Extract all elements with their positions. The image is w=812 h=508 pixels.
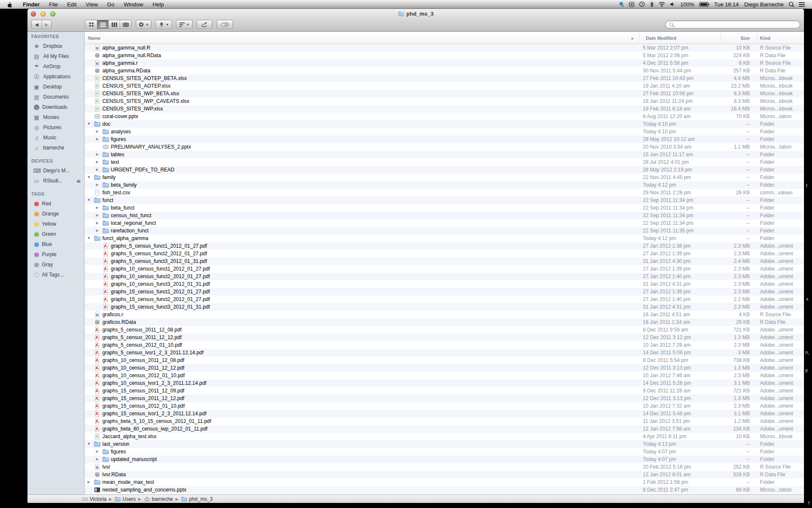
disclosure-triangle-icon[interactable]: ▶	[95, 151, 100, 158]
table-row[interactable]: ▼family22 Nov 2011 4:45 pm--Folder	[85, 174, 804, 181]
table-row[interactable]: fish_test.csv29 Nov 2011 2:26 pm26 KBcom…	[85, 189, 804, 196]
table-row[interactable]: ▶analysesToday 4:10 pm--Folder	[85, 128, 804, 135]
path-bar-item-barneche[interactable]: barneche	[144, 496, 173, 502]
table-row[interactable]: ▶beta_familyToday 4:12 pm--Folder	[85, 181, 804, 189]
column-header-kind[interactable]: Kind	[760, 36, 770, 41]
disclosure-triangle-icon[interactable]: ▶	[95, 181, 100, 189]
table-row[interactable]: graphs_5_census_funct2_2012_01_27.pdf27 …	[85, 250, 804, 257]
path-bar-item-users[interactable]: Users	[115, 496, 136, 502]
search-field[interactable]	[665, 20, 800, 28]
table-row[interactable]: graficos.RData16 Jan 2011 1:34 am29 KBR …	[85, 318, 804, 326]
share-button[interactable]	[197, 20, 212, 29]
battery-icon[interactable]	[699, 2, 710, 7]
table-row[interactable]: lvsr.RData12 Jan 2012 8:01 am526 KBR Dat…	[85, 471, 804, 478]
sort-ascending-icon[interactable]: ▲	[631, 36, 634, 40]
disclosure-triangle-icon[interactable]: ▼	[86, 174, 91, 181]
table-row[interactable]: graphs_10_census_2011_12_08.pdf8 Dec 201…	[85, 356, 804, 364]
column-header-size[interactable]: Size	[689, 36, 750, 41]
disclosure-triangle-icon[interactable]: ▶	[95, 448, 100, 456]
column-divider[interactable]	[639, 33, 640, 42]
table-row[interactable]: graphs_5_census_2011_12_08.pdf8 Dec 2011…	[85, 326, 804, 334]
column-header-name[interactable]: Name	[88, 36, 101, 41]
disclosure-triangle-icon[interactable]: ▶	[95, 128, 100, 135]
table-row[interactable]: Rgraficos.r16 Jan 2011 4:51 am4 KBR Sour…	[85, 311, 804, 318]
spotlight-icon[interactable]	[788, 1, 795, 8]
sidebar-item-red[interactable]: Red	[27, 199, 84, 209]
sidebar-item-documents[interactable]: ▥Documents	[27, 92, 84, 102]
edit-tags-button[interactable]	[217, 20, 233, 29]
table-row[interactable]: CENSUS_SITES_IWP_BETA.xlsx27 Feb 2011 10…	[85, 90, 804, 97]
forward-button[interactable]: ▶	[41, 20, 51, 29]
table-row[interactable]: Jaccard_alpha_test.xlsx4 Apr 2011 8:11 p…	[85, 433, 804, 440]
sidebar-item-all-my-files[interactable]: ▤All My Files	[27, 51, 84, 61]
dropbox-status-icon[interactable]	[618, 1, 625, 8]
table-row[interactable]: ▶beta_funct22 Sep 2011 11:34 pm--Folder	[85, 204, 804, 212]
column-divider[interactable]	[757, 33, 757, 42]
apple-menu-icon[interactable]	[0, 1, 18, 8]
table-row[interactable]: ▼last_versionToday 4:13 pm--Folder	[85, 440, 804, 448]
table-row[interactable]: ▶figuresToday 4:07 pm--Folder	[85, 448, 804, 456]
disclosure-triangle-icon[interactable]: ▶	[95, 158, 100, 166]
disclosure-triangle-icon[interactable]: ▶	[95, 227, 100, 235]
sidebar-item-barneche[interactable]: ⌂barneche	[27, 143, 84, 153]
eject-icon[interactable]: ⏏	[77, 178, 81, 184]
volume-icon[interactable]	[669, 1, 675, 7]
table-row[interactable]: graphs_15_census_funct2_2012_01_27.pdf27…	[85, 295, 804, 303]
table-row[interactable]: ▼docToday 4:10 pm--Folder	[85, 120, 804, 128]
table-row[interactable]: graphs_15_census_lvsr1_2_3_2011.12.14.pd…	[85, 410, 804, 417]
disclosure-triangle-icon[interactable]: ▶	[86, 478, 91, 486]
sidebar-item-orange[interactable]: Orange	[27, 209, 84, 219]
disclosure-triangle-icon[interactable]: ▶	[95, 166, 100, 174]
table-row[interactable]: CENSUS_SITES_IWP.xlsx19 Feb 2011 6:18 am…	[85, 105, 804, 113]
table-row[interactable]: nested_sampling_and_concerns.pptx8 Dec 2…	[85, 486, 804, 494]
bluetooth-icon[interactable]	[649, 1, 654, 8]
search-input[interactable]	[675, 21, 796, 28]
sidebar-item-yellow[interactable]: Yellow	[27, 219, 84, 229]
table-row[interactable]: ▶updated_manuscriptToday 4:07 pm--Folder	[85, 456, 804, 463]
sidebar-item-pictures[interactable]: ◎Pictures	[27, 122, 84, 133]
action-menu-button[interactable]: ▼	[136, 20, 151, 29]
fast-user-switch-name[interactable]: Diego Barneche	[743, 1, 785, 8]
sidebar-item-airdrop[interactable]: ☂AirDrop	[27, 61, 84, 72]
notification-center-icon[interactable]	[798, 2, 805, 7]
wifi-icon[interactable]	[658, 1, 666, 7]
disclosure-triangle-icon[interactable]: ▶	[95, 212, 100, 219]
table-row[interactable]: graphs_5_census_2011_12_12.pdf12 Dec 201…	[85, 334, 804, 341]
disclosure-triangle-icon[interactable]: ▶	[95, 204, 100, 212]
table-row[interactable]: ▼funct22 Sep 2011 11:34 pm--Folder	[85, 196, 804, 204]
table-row[interactable]: PRELIMINARY_ANALYSES_2.pptx20 Nov 2010 3…	[85, 143, 804, 151]
table-row[interactable]: CENSUS_SITES_IWP_CAVEATS.xlsx18 Jan 2011…	[85, 97, 804, 105]
table-row[interactable]: graphs_5_census_2012_01_10.pdf10 Jan 201…	[85, 341, 804, 349]
sidebar-item-desktop[interactable]: ▣Desktop	[27, 82, 84, 92]
menu-go[interactable]: Go	[102, 1, 119, 8]
back-button[interactable]: ◀	[32, 20, 41, 29]
menu-help[interactable]: Help	[148, 1, 169, 8]
sidebar-item-downloads[interactable]: ↓Downloads	[27, 102, 84, 112]
table-row[interactable]: graphs_10_census_funct1_2012_01_27.pdf27…	[85, 265, 804, 273]
table-row[interactable]: Rlvsr20 Feb 2012 5:16 pm252 KBR Source F…	[85, 463, 804, 471]
table-row[interactable]: graphs_beta_5_10_15_census_2012_01_11.pd…	[85, 417, 804, 425]
path-bar-item-phd-ms-3[interactable]: phd_ms_3	[181, 496, 213, 502]
table-row[interactable]: ▶text28 Jul 2012 4:01 pm--Folder	[85, 158, 804, 166]
sidebar-item-diego-s-m[interactable]: ⌨Diego's M...	[27, 166, 84, 176]
table-row[interactable]: ▼funct_alpha_gammaToday 4:12 pm--Folder	[85, 235, 804, 242]
table-row[interactable]: CENSUS_SITES_AOTEP_BETA.xlsx27 Feb 2011 …	[85, 75, 804, 82]
table-row[interactable]: graphs_10_census_funct2_2012_01_27.pdf27…	[85, 273, 804, 280]
table-row[interactable]: ▶census_hist_funct22 Sep 2011 11:34 pm--…	[85, 212, 804, 219]
table-row[interactable]: ▶tables15 Jun 2012 11:17 am--Folder	[85, 151, 804, 158]
table-row[interactable]: graphs_10_census_lvsr1_2_3_2011.12.14.pd…	[85, 379, 804, 387]
icon-view-button[interactable]	[85, 20, 97, 29]
table-row[interactable]: ▶mean_mode_max_test1 Feb 2012 1:56 pm--F…	[85, 478, 804, 486]
disclosure-triangle-icon[interactable]: ▶	[95, 219, 100, 227]
menu-finder[interactable]: Finder	[18, 1, 44, 8]
menu-window[interactable]: Window	[119, 1, 148, 8]
table-row[interactable]: CENSUS_SITES_AOTEP.xlsx19 Jan 2011 4:20 …	[85, 82, 804, 90]
sidebar-item-music[interactable]: ♫Music	[27, 133, 84, 143]
menu-edit[interactable]: Edit	[63, 1, 81, 8]
sidebar-item-all-tags[interactable]: All Tags...	[27, 270, 84, 280]
disclosure-triangle-icon[interactable]: ▼	[86, 120, 91, 128]
menu-bar-clock[interactable]: Tue 16:14	[713, 1, 740, 8]
menu-view[interactable]: View	[81, 1, 102, 8]
table-row[interactable]: Ralpha_gamma_null.R5 Mar 2012 2:07 pm10 …	[85, 44, 804, 52]
time-machine-icon[interactable]	[639, 1, 645, 8]
